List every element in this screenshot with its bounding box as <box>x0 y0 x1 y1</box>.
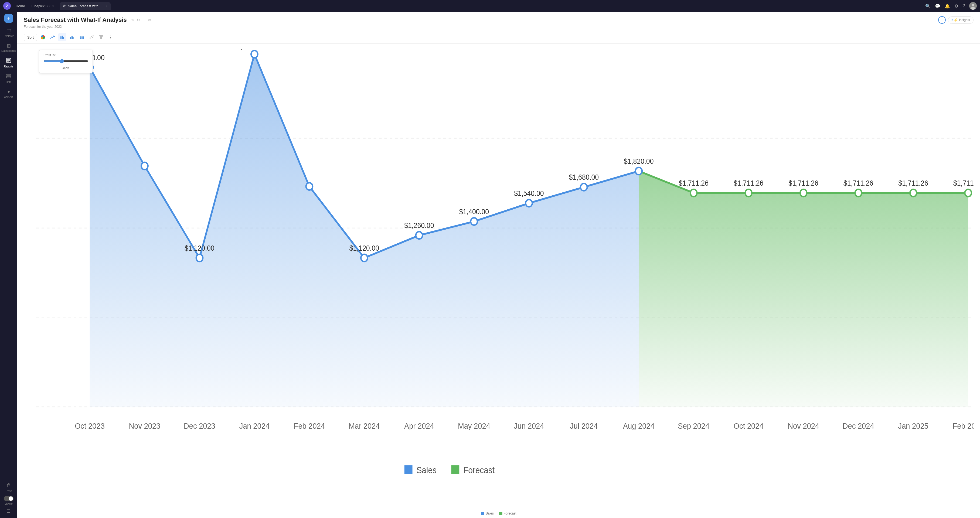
svg-rect-17 <box>62 36 63 39</box>
chat-icon[interactable]: 💬 <box>935 3 940 9</box>
help-icon[interactable]: ? <box>963 3 965 8</box>
chart-type-pie[interactable] <box>39 33 47 41</box>
trash-icon <box>6 482 11 489</box>
svg-point-55 <box>635 167 642 175</box>
close-tab-icon[interactable]: × <box>105 4 107 8</box>
svg-text:$1,400.00: $1,400.00 <box>459 208 489 216</box>
chart-legend: Sales Forecast <box>481 512 517 515</box>
svg-text:$1,260.00: $1,260.00 <box>404 221 434 230</box>
refresh-icon[interactable]: ↻ <box>137 18 140 22</box>
search-icon[interactable]: 🔍 <box>925 3 931 9</box>
more-icon[interactable]: ⋮ <box>142 18 146 22</box>
legend-sales[interactable]: Sales <box>481 512 494 515</box>
insights-label: Insights <box>959 18 970 22</box>
title-actions: ☆ ↻ ⋮ ⧉ <box>131 18 151 22</box>
svg-text:$1,680.00: $1,680.00 <box>569 173 599 181</box>
topbar-nav: Home Finepick 360 ▾ <box>13 3 56 9</box>
svg-rect-22 <box>73 37 74 39</box>
svg-rect-27 <box>83 37 84 39</box>
svg-text:Z: Z <box>6 4 8 8</box>
svg-text:Sales: Sales <box>416 466 436 475</box>
chart-type-line[interactable] <box>49 33 57 41</box>
svg-text:$1,120.00: $1,120.00 <box>185 244 214 252</box>
svg-point-61 <box>965 189 972 197</box>
sidebar-label-explorer: Explorer <box>3 35 13 38</box>
svg-rect-18 <box>63 37 64 39</box>
sidebar-label-dashboards: Dashboards <box>2 49 16 52</box>
chart-type-scatter[interactable] <box>88 33 95 41</box>
svg-text:Mar 2024: Mar 2024 <box>348 421 380 430</box>
svg-text:Dec 2023: Dec 2023 <box>184 421 215 430</box>
svg-text:$1,711.26: $1,711.26 <box>898 179 928 187</box>
viewer-toggle[interactable] <box>4 496 13 501</box>
svg-text:Feb 2024: Feb 2024 <box>294 421 325 430</box>
svg-text:$1,820.00: $1,820.00 <box>624 157 654 165</box>
svg-point-58 <box>800 189 807 197</box>
sidebar-item-data[interactable]: Data <box>0 71 17 86</box>
svg-point-50 <box>361 254 368 262</box>
sort-button[interactable]: Sort <box>24 34 37 41</box>
sidebar-item-reports[interactable]: Reports <box>0 56 17 70</box>
add-chart-button[interactable]: + <box>938 16 946 24</box>
svg-point-54 <box>581 183 587 191</box>
avatar[interactable] <box>969 2 977 10</box>
settings-icon[interactable]: ⚙ <box>955 3 958 9</box>
chart-type-funnel[interactable] <box>97 33 105 41</box>
sidebar-item-trash[interactable]: Trash <box>0 480 17 495</box>
svg-point-52 <box>471 218 477 225</box>
profit-slider[interactable] <box>43 59 88 64</box>
star-icon[interactable]: ☆ <box>131 18 135 22</box>
svg-point-3 <box>972 4 974 6</box>
sidebar-label-reports: Reports <box>4 65 13 68</box>
sidebar-item-ask-zia[interactable]: ✦ Ask Zia <box>0 87 17 101</box>
main-chart: $0 $600 $1,200 $1,800 $2,400 <box>36 49 974 502</box>
svg-text:$1,711.26: $1,711.26 <box>789 179 818 187</box>
sidebar-item-dashboards[interactable]: ⊞ Dashboards <box>0 41 17 54</box>
add-button[interactable]: + <box>4 14 13 23</box>
legend-forecast[interactable]: Forecast <box>499 512 517 515</box>
nav-finepick[interactable]: Finepick 360 ▾ <box>29 3 57 9</box>
legend-sales-label: Sales <box>486 512 494 515</box>
svg-rect-23 <box>80 38 81 39</box>
svg-text:Aug 2024: Aug 2024 <box>623 421 655 430</box>
svg-rect-26 <box>81 36 83 37</box>
viewer-label: Viewer <box>5 502 13 505</box>
svg-text:Feb 2025: Feb 2025 <box>953 421 974 430</box>
svg-rect-20 <box>71 36 72 39</box>
chart-type-grouped-bar[interactable] <box>68 33 76 41</box>
svg-point-57 <box>745 189 752 197</box>
svg-rect-12 <box>7 484 10 487</box>
chart-type-stacked-bar[interactable] <box>78 33 86 41</box>
sidebar-item-explorer[interactable]: ⬚ Explorer <box>0 26 17 40</box>
svg-text:$1,711.26: $1,711.26 <box>953 179 974 187</box>
svg-text:$1,711.26: $1,711.26 <box>733 179 763 187</box>
app-logo[interactable]: Z <box>3 2 11 10</box>
svg-point-53 <box>526 200 532 207</box>
svg-rect-19 <box>70 37 71 39</box>
sidebar-label-data: Data <box>6 81 11 84</box>
svg-text:$1,540.00: $1,540.00 <box>514 189 544 197</box>
svg-text:Nov 2024: Nov 2024 <box>788 421 819 430</box>
svg-text:Jun 2024: Jun 2024 <box>514 421 544 430</box>
chart-type-bar[interactable] <box>58 33 66 41</box>
nav-home[interactable]: Home <box>13 3 28 9</box>
insights-button[interactable]: Z⚡ Insights <box>948 16 974 24</box>
svg-marker-43 <box>90 54 639 407</box>
whatif-panel: Profit %: 40% <box>39 50 93 73</box>
sidebar-label-trash: Trash <box>5 490 12 493</box>
svg-text:$1,120.00: $1,120.00 <box>349 244 379 252</box>
tab-label: Sales Forecast with ... <box>68 4 102 8</box>
ask-zia-icon: ✦ <box>7 89 11 95</box>
svg-point-60 <box>910 189 916 197</box>
toolbar-more-button[interactable]: ⋮ <box>107 34 115 41</box>
svg-text:$2,660.00: $2,660.00 <box>240 49 269 51</box>
svg-point-49 <box>306 183 313 190</box>
zia-insights-icon: Z⚡ <box>951 18 958 22</box>
active-tab[interactable]: ⟳ Sales Forecast with ... × <box>60 2 110 10</box>
copy-icon[interactable]: ⧉ <box>148 18 151 22</box>
whatif-label: Profit %: <box>43 53 88 57</box>
legend-forecast-label: Forecast <box>504 512 517 515</box>
notifications-icon[interactable]: 🔔 <box>945 3 950 9</box>
menu-icon[interactable]: ☰ <box>7 508 11 514</box>
svg-text:Oct 2023: Oct 2023 <box>75 421 105 430</box>
